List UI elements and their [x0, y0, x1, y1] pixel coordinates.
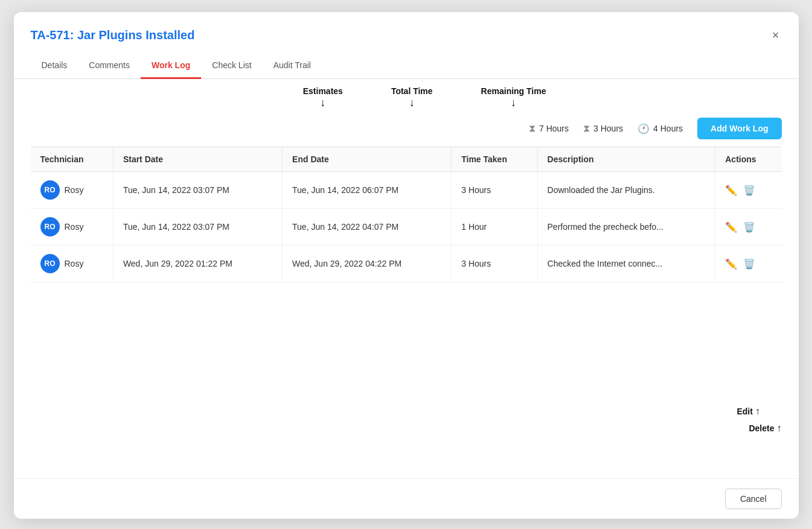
table-container: Technician Start Date End Date Time Take…: [14, 147, 799, 478]
table-row: RO Rosy Tue, Jun 14, 2022 03:07 PM Tue, …: [31, 172, 782, 209]
avatar: RO: [40, 217, 60, 236]
edit-icon[interactable]: ✏️: [725, 258, 737, 270]
remaining-value: 4 Hours: [653, 124, 683, 133]
close-button[interactable]: ×: [770, 27, 782, 43]
totaltime-stat: ⧗ 3 Hours: [583, 123, 623, 134]
col-timetaken: Time Taken: [452, 147, 537, 172]
tabs-bar: Details Comments Work Log Check List Aud…: [14, 53, 799, 79]
remaining-stat: 🕐 4 Hours: [638, 123, 683, 135]
estimates-stat: ⧗ 7 Hours: [529, 123, 569, 134]
col-technician: Technician: [31, 147, 113, 172]
col-enddate: End Date: [283, 147, 452, 172]
remainingtime-annotation: Remaining Time ↓: [481, 86, 546, 108]
cell-enddate: Wed, Jun 29, 2022 04:22 PM: [283, 245, 452, 282]
totaltime-value: 3 Hours: [593, 124, 623, 133]
cell-enddate: Tue, Jun 14, 2022 06:07 PM: [283, 172, 452, 209]
cell-description: Downloaded the Jar Plugins.: [537, 172, 715, 209]
delete-icon[interactable]: 🗑️: [743, 221, 755, 233]
delete-annotation: Delete ↑: [749, 423, 781, 434]
hourglass-icon: ⧗: [529, 123, 535, 134]
estimates-value: 7 Hours: [539, 124, 569, 133]
cell-technician: RO Rosy: [31, 245, 113, 282]
totaltime-annotation: Total Time ↓: [391, 86, 433, 108]
cell-timetaken: 3 Hours: [452, 172, 537, 209]
modal-container: TA-571: Jar Plugins Installed × Details …: [14, 12, 799, 519]
modal-header: TA-571: Jar Plugins Installed ×: [14, 12, 799, 43]
avatar: RO: [40, 254, 60, 273]
worklog-table: Technician Start Date End Date Time Take…: [31, 147, 782, 282]
cancel-button[interactable]: Cancel: [725, 489, 782, 509]
table-row: RO Rosy Tue, Jun 14, 2022 03:07 PM Tue, …: [31, 209, 782, 245]
cell-technician: RO Rosy: [31, 172, 113, 209]
tab-audittrail[interactable]: Audit Trail: [263, 53, 322, 79]
clock-icon: 🕐: [638, 123, 650, 135]
cell-description: Checked the Internet connec...: [537, 245, 715, 282]
technician-name: Rosy: [65, 259, 84, 268]
add-worklog-button[interactable]: Add Work Log: [697, 118, 781, 139]
cell-actions: ✏️ 🗑️: [715, 245, 782, 282]
delete-icon[interactable]: 🗑️: [743, 185, 755, 196]
col-startdate: Start Date: [113, 147, 282, 172]
cell-enddate: Tue, Jun 14, 2022 04:07 PM: [283, 209, 452, 245]
cell-actions: ✏️ 🗑️: [715, 209, 782, 245]
technician-name: Rosy: [65, 222, 84, 232]
delete-icon[interactable]: 🗑️: [743, 258, 755, 270]
table-row: RO Rosy Wed, Jun 29, 2022 01:22 PM Wed, …: [31, 245, 782, 282]
table-header-row: Technician Start Date End Date Time Take…: [31, 147, 782, 172]
tab-worklog[interactable]: Work Log: [141, 53, 201, 79]
cell-timetaken: 3 Hours: [452, 245, 537, 282]
hourglass2-icon: ⧗: [583, 123, 590, 134]
technician-name: Rosy: [65, 185, 84, 195]
cell-startdate: Wed, Jun 29, 2022 01:22 PM: [113, 245, 282, 282]
col-actions: Actions: [715, 147, 782, 172]
cell-startdate: Tue, Jun 14, 2022 03:07 PM: [113, 172, 282, 209]
edit-annotation: Edit ↑: [737, 406, 759, 417]
modal-footer: Cancel: [14, 478, 799, 519]
avatar: RO: [40, 180, 60, 200]
modal-title: TA-571: Jar Plugins Installed: [31, 28, 195, 42]
cell-actions: ✏️ 🗑️: [715, 172, 782, 209]
estimates-annotation: Estimates ↓: [303, 86, 343, 108]
cell-timetaken: 1 Hour: [452, 209, 537, 245]
cell-description: Performed the precheck befo...: [537, 209, 715, 245]
edit-icon[interactable]: ✏️: [725, 185, 737, 196]
col-description: Description: [537, 147, 715, 172]
toolbar: ⧗ 7 Hours ⧗ 3 Hours 🕐 4 Hours Add Work L…: [14, 108, 799, 147]
cell-technician: RO Rosy: [31, 209, 113, 245]
cell-startdate: Tue, Jun 14, 2022 03:07 PM: [113, 209, 282, 245]
tab-checklist[interactable]: Check List: [201, 53, 262, 79]
edit-icon[interactable]: ✏️: [725, 221, 737, 233]
tab-details[interactable]: Details: [31, 53, 78, 79]
tab-comments[interactable]: Comments: [78, 53, 141, 79]
